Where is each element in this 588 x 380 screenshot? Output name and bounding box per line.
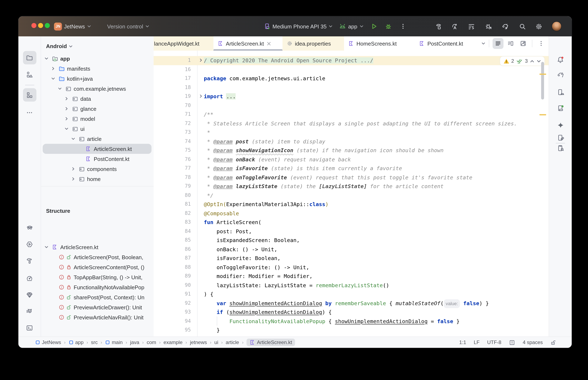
tool-button-gradle-elephant[interactable] [554,68,567,81]
project-tree-item-selected[interactable]: ArticleScreen.kt [41,144,154,154]
panel-splitter[interactable] [41,186,154,187]
project-view-selector[interactable]: Android [46,43,73,49]
run-config-selector[interactable]: app [339,16,364,36]
code-line-71[interactable]: 71/** [154,110,549,119]
project-widget[interactable]: JN JetNews [54,16,91,36]
project-tree-item[interactable] [41,184,154,186]
preview-button[interactable] [518,38,528,49]
code-line-84[interactable]: 84 post: Post, [154,227,549,236]
tool-button-profiler-gauge[interactable] [23,271,36,285]
code-line-95[interactable]: 95 } [154,326,549,335]
tool-button-device-manager[interactable] [554,85,567,99]
project-tree-item[interactable]: manifests [41,64,154,74]
structure-item[interactable]: fPreviewArticleNavRail(): Unit [41,312,154,322]
code-line-89[interactable]: 89 modifier: Modifier = Modifier, [154,272,549,281]
zoom-window-button[interactable] [45,23,50,28]
tool-button-screens-grid[interactable] [23,88,36,102]
breadcrumb-item[interactable]: JetNews [35,340,61,345]
tab-idea-properties[interactable]: idea.properties [282,36,344,51]
tool-button-gem[interactable] [23,288,36,301]
inspections-widget-icon[interactable] [509,339,515,345]
code-line-79[interactable]: 79 * @param lazyListState (state) the [L… [154,182,549,191]
inspections-widget[interactable]: 23 [500,56,545,66]
tool-button-notifications-bell[interactable] [554,53,567,66]
code-line-74[interactable]: 74 * @param post (state) item to display [154,137,549,146]
breadcrumb-item[interactable]: ui [214,340,218,345]
search-everywhere-button[interactable] [519,16,526,36]
code-line-90[interactable]: 90 lazyListState: LazyListState = rememb… [154,281,549,290]
project-tree-item[interactable]: kotlin+java [41,74,154,84]
breadcrumb-item[interactable]: ArticleScreen.kt [246,339,295,346]
code-line-91[interactable]: 91) { [154,290,549,299]
code-line-17[interactable]: 17package com.example.jetnews.ui.article [154,74,549,83]
editor-more-options-button[interactable] [536,38,547,49]
editor-scrollbar[interactable] [541,62,544,99]
vcs-widget[interactable]: Version control [107,16,149,36]
project-tree-item[interactable]: components [41,164,154,174]
breadcrumb-item[interactable]: main [105,340,123,345]
code-line-83[interactable]: 83fun ArticleScreen( [154,218,549,227]
code-line-76[interactable]: 76 * @param onBack (event) request navig… [154,155,549,164]
run-button[interactable] [371,16,378,36]
project-tree-item[interactable]: data [41,94,154,104]
code-line-85[interactable]: 85 isExpandedScreen: Boolean, [154,236,549,245]
code-editor[interactable]: 1/ Copyright 2020 The Android Open Sourc… [154,51,549,337]
structure-item[interactable]: fTopAppBar(String, () -> Unit, [41,272,154,282]
code-line-19[interactable]: 19import ... [154,92,549,101]
code-line-77[interactable]: 77 * @param isFavorite (state) is this i… [154,164,549,173]
caret-position[interactable]: 1:1 [459,340,466,345]
tool-button-logcat-cat[interactable] [23,305,36,318]
code-line-92[interactable]: 92 var showUnimplementedActionDialog by … [154,299,549,308]
project-tree-item[interactable]: com.example.jetnews [41,84,154,94]
code-line-86[interactable]: 86 onBack: () -> Unit, [154,245,549,254]
code-line-87[interactable]: 87 isFavorite: Boolean, [154,254,549,263]
gradle-sync-button[interactable] [501,16,509,36]
tool-button-quality-insights[interactable] [23,220,36,234]
project-tree-item[interactable]: PostContent.kt [41,154,154,164]
breadcrumb-item[interactable]: app [68,340,83,345]
code-line-88[interactable]: 88 onToggleFavorite: () -> Unit, [154,263,549,272]
structure-item[interactable]: fFunctionalityNotAvailablePop [41,282,154,292]
line-ending[interactable]: LF [474,340,480,345]
code-line-16[interactable]: 16 [154,65,549,74]
tool-button-device-explorer[interactable] [554,141,567,155]
breadcrumb-item[interactable]: java [130,340,139,345]
code-line-72[interactable]: 72 * Stateless Article Screen that displ… [154,119,549,128]
tool-button-more-dots[interactable] [23,106,36,119]
tool-button-terminal[interactable] [23,321,36,334]
user-avatar[interactable] [552,16,562,36]
lock-open-icon[interactable] [550,339,557,345]
structure-item[interactable]: fPreviewArticleDrawer(): Unit [41,302,154,312]
project-tree-item[interactable]: model [41,114,154,124]
code-line-93[interactable]: 93 if (showUnimplementedActionDialog) { [154,308,549,317]
project-tree-item[interactable]: article [41,134,154,144]
tool-button-app-inspection[interactable] [23,237,36,251]
device-selector[interactable]: Medium Phone API 35 [264,16,333,36]
tool-button-commit[interactable] [23,68,36,81]
project-tree-item[interactable]: ui [41,124,154,134]
debug-button[interactable] [385,16,392,36]
tool-button-running-devices[interactable] [554,101,567,114]
indent-setting[interactable]: 4 spaces [523,340,543,345]
breadcrumb-item[interactable]: article [225,340,239,345]
build-button[interactable] [435,16,442,36]
tool-button-project-folder[interactable] [23,51,36,64]
code-line-70[interactable]: 70 [154,101,549,110]
split-editor-button[interactable] [505,38,516,49]
code-line-81[interactable]: 81@OptIn(ExperimentalMaterial3Api::class… [154,200,549,209]
code-line-80[interactable]: 80 */ [154,191,549,200]
run-configurations-button[interactable] [468,16,475,36]
structure-item[interactable]: fsharePost(Post, Context): Un [41,292,154,302]
tool-button-gemini-spark[interactable] [554,118,567,132]
file-encoding[interactable]: UTF-8 [487,340,501,345]
project-tree-item[interactable]: glance [41,104,154,114]
project-tree-item[interactable]: app [41,54,154,64]
tab-homescreens-kt[interactable]: HomeScreens.kt [344,36,415,51]
breadcrumb-item[interactable]: com [147,340,156,345]
code-line-73[interactable]: 73 * [154,128,549,137]
code-line-1[interactable]: 1/ Copyright 2020 The Android Open Sourc… [154,56,549,65]
editor-view-mode-button[interactable] [493,38,504,49]
breadcrumb-item[interactable]: src [91,340,98,345]
code-line-82[interactable]: 82@Composable [154,209,549,218]
structure-file-row[interactable]: ArticleScreen.kt [41,242,154,252]
